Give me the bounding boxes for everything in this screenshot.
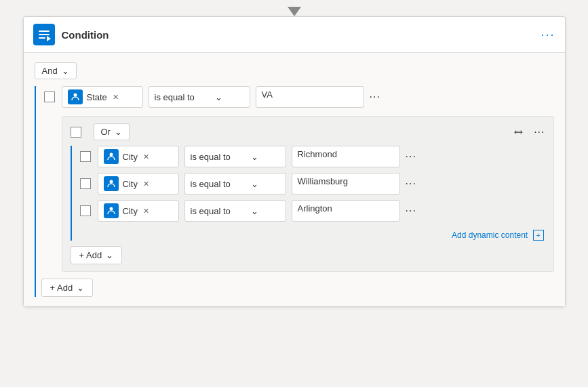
add-outer-button[interactable]: + Add ⌄ xyxy=(41,279,94,297)
dynamic-content-link[interactable]: Add dynamic content xyxy=(452,230,528,240)
city-row-0: City ✕ is equal to ⌄ Richmond ··· xyxy=(77,146,545,167)
city-0-close-icon[interactable]: ✕ xyxy=(143,152,149,161)
city-2-row-more[interactable]: ··· xyxy=(406,205,416,217)
city-2-operator-select[interactable]: is equal to ⌄ xyxy=(184,200,286,222)
svg-marker-0 xyxy=(288,7,301,16)
or-label: Or xyxy=(101,127,111,137)
city-1-operator-label: is equal to xyxy=(191,179,231,189)
state-operator-select[interactable]: is equal to ⌄ xyxy=(149,86,250,108)
condition-icon xyxy=(33,24,55,45)
svg-point-6 xyxy=(109,153,113,157)
svg-rect-1 xyxy=(39,30,50,32)
and-inner: State ✕ is equal to ⌄ VA ··· xyxy=(41,86,554,297)
or-header: Or ⌄ ⤢ ··· xyxy=(71,123,545,140)
header-more-button[interactable]: ··· xyxy=(541,28,555,42)
and-header: And ⌄ xyxy=(35,62,554,79)
or-button[interactable]: Or ⌄ xyxy=(94,123,130,140)
city-2-close-icon[interactable]: ✕ xyxy=(143,207,149,216)
city-1-close-icon[interactable]: ✕ xyxy=(143,180,149,188)
collapse-icon[interactable]: ⤢ xyxy=(511,124,526,140)
and-vertical-line xyxy=(35,86,36,297)
state-value-input[interactable]: VA xyxy=(256,86,364,108)
city-2-value-input[interactable]: Arlington xyxy=(292,200,400,222)
condition-title: Condition xyxy=(62,29,541,41)
city-0-operator-label: is equal to xyxy=(191,152,231,162)
and-content: State ✕ is equal to ⌄ VA ··· xyxy=(35,86,554,297)
svg-marker-4 xyxy=(47,36,51,41)
city-0-checkbox[interactable] xyxy=(80,151,91,162)
condition-body: And ⌄ xyxy=(24,53,565,306)
svg-point-8 xyxy=(109,207,113,211)
svg-rect-3 xyxy=(39,37,45,39)
city-0-chevron: ⌄ xyxy=(251,152,258,162)
city-2-chevron: ⌄ xyxy=(251,206,258,216)
city-0-field-label: City xyxy=(123,152,138,162)
or-vertical-line xyxy=(71,146,72,241)
condition-header: Condition ··· xyxy=(24,17,565,53)
add-inner-chevron: ⌄ xyxy=(106,250,113,260)
or-rows-content: City ✕ is equal to ⌄ Richmond ··· xyxy=(77,146,545,241)
city-2-field-label: City xyxy=(123,206,138,216)
state-close-icon[interactable]: ✕ xyxy=(113,93,119,102)
city-2-field-tag: City ✕ xyxy=(98,200,179,222)
city-0-operator-select[interactable]: is equal to ⌄ xyxy=(184,146,286,167)
svg-point-5 xyxy=(73,94,77,97)
state-operator-chevron: ⌄ xyxy=(215,92,222,102)
state-row-more[interactable]: ··· xyxy=(370,91,380,103)
city-1-operator-select[interactable]: is equal to ⌄ xyxy=(184,173,286,195)
city-row-1: City ✕ is equal to ⌄ Williamsburg ··· xyxy=(77,173,545,195)
city-0-field-icon xyxy=(104,149,119,164)
svg-point-7 xyxy=(109,180,113,184)
state-checkbox[interactable] xyxy=(44,91,55,102)
state-field-tag: State ✕ xyxy=(62,86,143,108)
or-more-button[interactable]: ··· xyxy=(534,126,545,138)
add-inner-button[interactable]: + Add ⌄ xyxy=(71,246,123,264)
and-button[interactable]: And ⌄ xyxy=(35,62,77,79)
city-row-2: City ✕ is equal to ⌄ Arlington ··· xyxy=(77,200,545,222)
state-operator-label: is equal to xyxy=(155,92,195,102)
city-1-field-icon xyxy=(104,176,119,191)
or-block: Or ⌄ ⤢ ··· xyxy=(62,116,554,272)
city-2-operator-label: is equal to xyxy=(191,206,231,216)
city-1-row-more[interactable]: ··· xyxy=(406,178,416,190)
and-chevron: ⌄ xyxy=(62,66,69,76)
or-header-left: Or ⌄ xyxy=(71,123,130,140)
connector-arrow xyxy=(288,7,301,16)
add-outer-chevron: ⌄ xyxy=(77,283,84,293)
state-field-icon xyxy=(68,89,83,104)
city-2-checkbox[interactable] xyxy=(80,205,91,216)
state-field-label: State xyxy=(87,92,107,102)
condition-card: Condition ··· And ⌄ xyxy=(23,16,566,307)
city-1-field-label: City xyxy=(123,179,138,189)
city-1-chevron: ⌄ xyxy=(251,179,258,189)
or-header-right: ⤢ ··· xyxy=(514,125,545,138)
main-container: Condition ··· And ⌄ xyxy=(0,0,588,387)
city-0-row-more[interactable]: ··· xyxy=(406,150,416,163)
or-rows: City ✕ is equal to ⌄ Richmond ··· xyxy=(71,146,545,241)
add-inner-label: + Add xyxy=(79,250,102,260)
dynamic-content-area: Add dynamic content + xyxy=(77,230,544,241)
add-outer-label: + Add xyxy=(50,283,73,293)
or-checkbox[interactable] xyxy=(71,127,81,138)
state-row: State ✕ is equal to ⌄ VA ··· xyxy=(41,86,554,108)
city-1-value-input[interactable]: Williamsburg xyxy=(292,173,400,195)
city-0-field-tag: City ✕ xyxy=(98,146,179,167)
svg-rect-2 xyxy=(39,34,50,35)
dynamic-content-plus-icon[interactable]: + xyxy=(533,230,544,241)
city-1-checkbox[interactable] xyxy=(80,178,91,189)
and-label: And xyxy=(42,66,58,76)
city-1-field-tag: City ✕ xyxy=(98,173,179,195)
city-2-field-icon xyxy=(104,203,119,218)
city-0-value-input[interactable]: Richmond xyxy=(292,146,400,167)
or-chevron: ⌄ xyxy=(115,127,122,137)
